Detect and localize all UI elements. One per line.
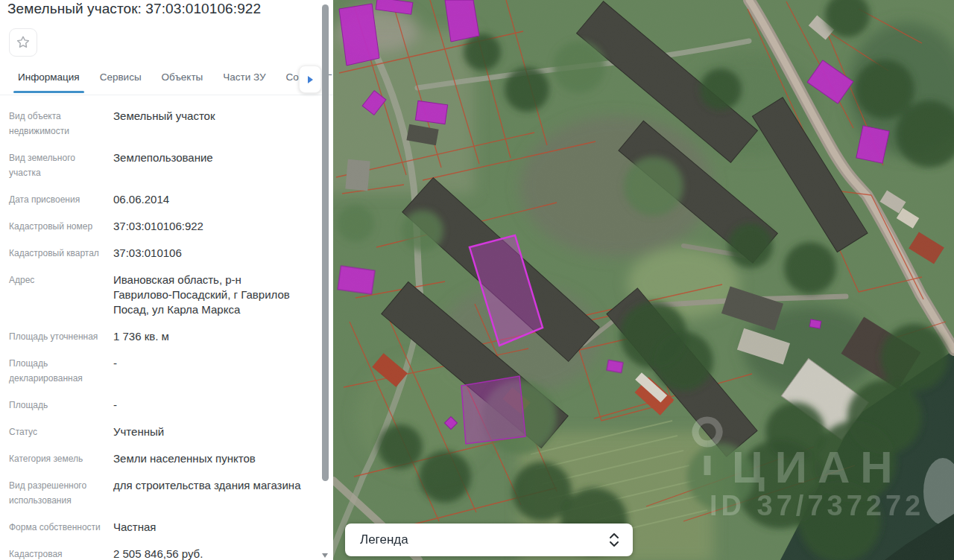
- field-row: Площадь декларированная-: [9, 356, 303, 386]
- tab-information[interactable]: Информация: [18, 66, 80, 93]
- legend-label: Легенда: [360, 532, 609, 547]
- field-row: Вид земельного участкаЗемлепользование: [9, 150, 303, 180]
- satellite-map[interactable]: ЦИАН ID 37/737272 Легенда: [333, 0, 954, 560]
- star-icon: [15, 34, 31, 51]
- attribute-list: Вид объекта недвижимостиЗемельный участо…: [0, 95, 320, 560]
- field-row: Площадь-: [9, 398, 303, 413]
- field-row: Вид разрешенного использованиядля строит…: [9, 478, 303, 508]
- legend-toggle[interactable]: Легенда: [345, 524, 633, 556]
- field-row: АдресИвановская область, р-н Гаврилово-П…: [9, 273, 303, 317]
- map-canvas: ЦИАН ID 37/737272: [333, 0, 954, 560]
- tabs-scroll-right-button[interactable]: [299, 66, 321, 93]
- field-row: Дата присвоения06.06.2014: [9, 192, 303, 207]
- panel-scrollbar-thumb[interactable]: [322, 4, 329, 481]
- tab-services[interactable]: Сервисы: [100, 66, 142, 93]
- cadastral-viewer: Земельный участок: 37:03:010106:922 Инфо…: [0, 0, 954, 560]
- info-panel: Земельный участок: 37:03:010106:922 Инфо…: [0, 0, 333, 560]
- tab-objects[interactable]: Объекты: [162, 66, 203, 93]
- field-row: Кадастровый номер37:03:010106:922: [9, 219, 303, 234]
- tab-parts[interactable]: Части ЗУ: [223, 66, 265, 93]
- field-row: СтатусУчтенный: [9, 424, 303, 439]
- unfold-chevrons-icon: [609, 532, 619, 547]
- field-row: Площадь уточненная1 736 кв. м: [9, 329, 303, 344]
- field-row: Вид объекта недвижимостиЗемельный участо…: [9, 109, 303, 139]
- page-title: Земельный участок: 37:03:010106:922: [7, 1, 261, 17]
- scrollbar-down-arrow-icon[interactable]: [322, 553, 328, 558]
- field-row: Категория земельЗемли населенных пунктов: [9, 451, 303, 466]
- field-row: Форма собственностиЧастная: [9, 520, 303, 535]
- favorite-button[interactable]: [9, 28, 37, 57]
- field-row: Кадастровый квартал37:03:010106: [9, 246, 303, 261]
- triangle-right-icon: [308, 76, 313, 83]
- field-row: Кадастровая2 505 846,56 руб.: [9, 547, 303, 560]
- tab-bar: Информация Сервисы Объекты Части ЗУ Сост…: [0, 66, 333, 95]
